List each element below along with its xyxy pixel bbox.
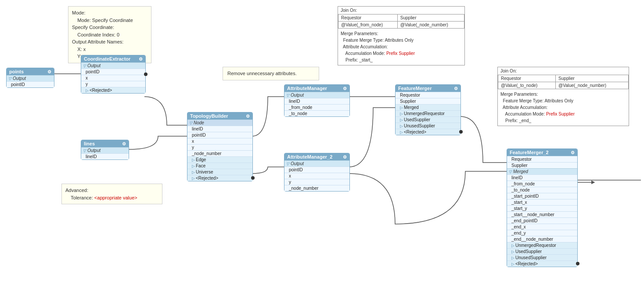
annotation-remove-unnecessary: Remove unnecessary attributes. [223,67,319,80]
node-coordinate-header[interactable]: CoordinateExtractor ⚙ [81,55,145,62]
topology-header[interactable]: TopologyBuilder ⚙ [187,112,252,119]
fm2-rejected[interactable]: ▷ <Rejected> [507,261,577,267]
feat-merger-unmerged[interactable]: ▷ UnmergedRequestor [396,110,461,116]
coord-row-pointid: pointID [81,69,145,75]
lines-row-lineid: lineID [81,153,129,159]
feat-merger-supplier: Supplier [396,98,461,104]
topo-row-rejected[interactable]: ▷ <Rejected> [187,175,252,181]
dot-topo-rejected [251,176,255,180]
gear-icon-feat-merger2[interactable]: ⚙ [571,150,575,155]
feat-merger-rejected[interactable]: ▷ <Rejected> [396,129,461,135]
dot-fm2-rejected [576,262,579,265]
topo-row-pointid: pointID [187,132,252,138]
node-attribute-manager: AttributeManager ⚙ ▽ Output lineID _from… [284,84,350,117]
attr-mgr-header[interactable]: AttributeManager ⚙ [284,85,349,92]
feat-merger-merged[interactable]: ▷ Merged [396,104,461,110]
gear-icon-topology[interactable]: ⚙ [246,114,250,119]
gear-icon-attr-mgr[interactable]: ⚙ [343,86,347,91]
gear-icon-feat-merger[interactable]: ⚙ [454,86,458,91]
node-feature-merger: FeatureMerger ⚙ Requestor Supplier ▷ Mer… [395,84,461,135]
feat-merger-used[interactable]: ▷ UsedSupplier [396,116,461,123]
attr-mgr2-row-pointid: pointID [284,166,349,173]
node-coordinate-extractor: CoordinateExtractor ⚙ ▽ Output pointID x… [81,55,146,94]
fm2-unmerged[interactable]: ▷ UnmergedRequestor [507,242,577,248]
topo-row-lineid: lineID [187,126,252,132]
node-points-header[interactable]: points ⚙ [7,68,54,75]
node-lines: lines ⚙ ▽ Output lineID [81,140,129,160]
fm2-used[interactable]: ▷ UsedSupplier [507,248,577,254]
fm2-from-node: _from_node [507,181,577,187]
fm2-end-node-num: _end__node_number [507,236,577,242]
fm2-end-y: _end_y [507,230,577,236]
fm2-lineid: lineID [507,174,577,181]
coord-row-rejected[interactable]: ▷ <Rejected> [81,87,145,93]
dot-rejected [144,72,148,76]
fm2-start-node-num: _start__node_number [507,211,577,217]
attr-mgr-row-from: _from_node [284,104,349,110]
info-box-join2: Join On: Requestor Supplier @Value(_to_n… [497,67,629,126]
topo-row-y: y [187,144,252,150]
attr-mgr2-row-node-number: _node_number [284,185,349,191]
topo-row-node-number: _node_number [187,150,252,156]
coord-row-x: x [81,75,145,81]
annotation-advanced: Advanced: Tolerance: <appropriate value> [61,184,162,204]
node-points: points ⚙ ▽ Output pointID [6,68,54,88]
feat-merger-header[interactable]: FeatureMerger ⚙ [396,85,461,92]
attr-mgr2-row-y: y [284,179,349,185]
gear-icon-lines[interactable]: ⚙ [122,141,126,146]
fm2-start-pointid: _start_pointID [507,193,577,199]
feat-merger2-header[interactable]: FeatureMerger_2 ⚙ [507,149,577,156]
gear-icon-coordinate[interactable]: ⚙ [139,57,143,62]
fm2-unused[interactable]: ▷ UnusedSupplier [507,254,577,261]
node-feature-merger-2: FeatureMerger_2 ⚙ Requestor Supplier ▽ M… [507,148,578,267]
attr-mgr-row-to: _to_node [284,110,349,116]
node-points-row-pointid: pointID [7,81,54,87]
node-attribute-manager-2: AttributeManager_2 ⚙ ▽ Output pointID x … [284,153,350,192]
info-box-join1: Join On: Requestor Supplier @Value(_from… [338,6,465,65]
attr-mgr2-row-x: x [284,173,349,179]
topo-row-universe[interactable]: ▷ Universe [187,169,252,175]
feat-merger2-requestor: Requestor [507,156,577,162]
fm2-to-node: _to_node [507,187,577,193]
fm2-end-pointid: _end_pointID [507,217,577,224]
node-lines-header[interactable]: lines ⚙ [81,140,129,147]
feat-merger-requestor: Requestor [396,92,461,98]
fm2-start-x: _start_x [507,199,577,205]
workflow-canvas: Mode: Mode: Specify Coordinate Specify C… [0,0,644,304]
attr-mgr2-header[interactable]: AttributeManager_2 ⚙ [284,153,349,160]
dot-feat-rejected [459,130,463,134]
attr-mgr-row-lineid: lineID [284,98,349,104]
topo-row-x: x [187,138,252,144]
topo-row-face[interactable]: ▷ Face [187,163,252,169]
gear-icon-attr-mgr2[interactable]: ⚙ [343,155,347,159]
fm2-end-x: _end_x [507,224,577,230]
feat-merger2-supplier: Supplier [507,162,577,168]
node-topology-builder: TopologyBuilder ⚙ ▽ Node lineID pointID … [187,112,253,181]
output-arrow [578,178,595,187]
feat-merger-unused[interactable]: ▷ UnusedSupplier [396,123,461,129]
gear-icon[interactable]: ⚙ [47,69,51,74]
coord-row-y: y [81,81,145,87]
fm2-start-y: _start_y [507,205,577,211]
topo-row-edge[interactable]: ▷ Edge [187,156,252,163]
